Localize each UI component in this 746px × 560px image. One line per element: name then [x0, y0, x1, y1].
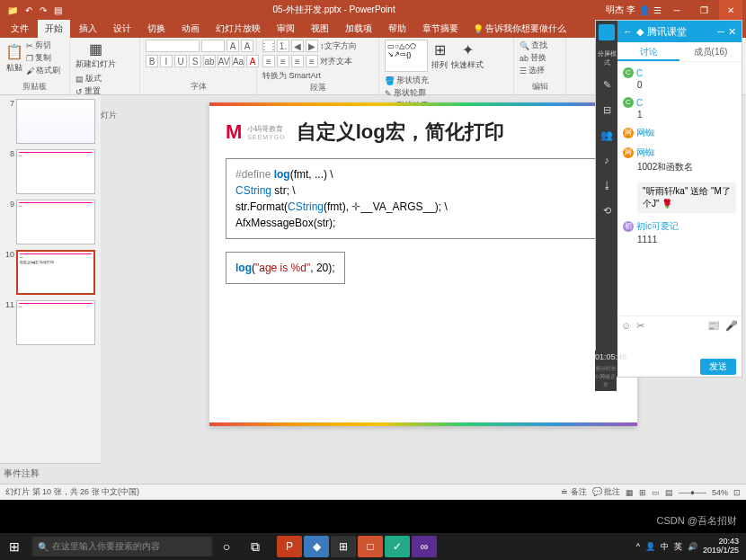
select-button[interactable]: ☰ 选择 [520, 65, 560, 76]
strike-button[interactable]: S [189, 55, 201, 67]
zoom-out-button[interactable]: ──●── [679, 488, 706, 497]
taskbar-app-vs[interactable]: ∞ [412, 536, 437, 557]
decrease-font-button[interactable]: A [241, 40, 253, 52]
tab-discussion[interactable]: 讨论 [617, 42, 679, 61]
justify-button[interactable]: ≡ [306, 55, 318, 67]
ime-zh-icon[interactable]: 中 [661, 541, 669, 553]
replace-button[interactable]: ab 替换 [520, 52, 560, 64]
bold-button[interactable]: B [146, 55, 158, 67]
text-direction-button[interactable]: ↕文字方向 [320, 40, 357, 52]
taskbar-clock[interactable]: 20:43 2019/1/25 [703, 538, 739, 556]
taskbar-app-powerpoint[interactable]: P [277, 536, 302, 557]
close-button[interactable]: ✕ [719, 0, 742, 20]
tab-review[interactable]: 审阅 [270, 20, 302, 38]
tab-help[interactable]: 帮助 [381, 20, 413, 38]
find-button[interactable]: 🔍 查找 [520, 40, 560, 51]
font-size-dropdown[interactable] [201, 40, 225, 52]
arrange-button[interactable]: ⊞排列 [431, 40, 448, 71]
tab-animations[interactable]: 动画 [174, 20, 207, 38]
bullets-button[interactable]: ⋮⋮ [262, 40, 275, 52]
shadow-button[interactable]: ab [203, 55, 216, 67]
side-pen-button[interactable]: ✎ [599, 76, 615, 93]
case-button[interactable]: Aa [232, 55, 244, 67]
qa-save-icon[interactable]: ↶ [25, 5, 32, 15]
zoom-level[interactable]: 54% [712, 488, 728, 497]
user-avatar-icon[interactable]: 👤 [639, 5, 650, 15]
italic-button[interactable]: I [160, 55, 173, 67]
thumbnail-7[interactable]: 7 [4, 99, 97, 144]
spacing-button[interactable]: AV [218, 55, 230, 67]
taskbar-app-1[interactable]: ◆ [304, 536, 329, 557]
tab-transitions[interactable]: 切换 [140, 20, 173, 38]
tray-user-icon[interactable]: 👤 [645, 542, 655, 551]
quick-access-icon[interactable]: 📁 [7, 5, 18, 15]
copy-button[interactable]: ❐ 复制 [26, 52, 60, 64]
tab-insert[interactable]: 插入 [72, 20, 104, 38]
paste-button[interactable]: 📋 粘贴 [5, 43, 23, 74]
taskbar-app-4[interactable]: ✓ [385, 536, 410, 557]
reading-view-button[interactable]: ▭ [652, 488, 660, 497]
quick-styles-button[interactable]: ✦快速样式 [451, 40, 484, 71]
task-view-button[interactable]: ⧉ [241, 533, 270, 560]
tab-slideshow[interactable]: 幻灯片放映 [209, 20, 268, 38]
align-right-button[interactable]: ≡ [291, 55, 304, 67]
screenshot-button[interactable]: ✂ [636, 320, 644, 332]
start-button[interactable]: ⊞ [0, 533, 29, 560]
align-left-button[interactable]: ≡ [262, 55, 275, 67]
tab-design[interactable]: 设计 [106, 20, 138, 38]
sorter-view-button[interactable]: ⊞ [639, 488, 646, 497]
emoji-button[interactable]: ☺ [621, 320, 631, 332]
tab-members[interactable]: 成员(16) [679, 42, 742, 61]
side-download-button[interactable]: ⭳ [599, 177, 615, 193]
chat-input-field[interactable] [617, 335, 742, 357]
chat-min-button[interactable]: ─ [717, 26, 724, 37]
normal-view-button[interactable]: ▦ [626, 488, 634, 497]
tell-me-search[interactable]: 💡 告诉我你想要做什么 [473, 22, 566, 35]
minimize-button[interactable]: ─ [665, 0, 688, 20]
side-members-button[interactable]: 👥 [599, 127, 615, 143]
thumbnail-11[interactable]: 11─ [4, 300, 97, 345]
tray-expand-icon[interactable]: ^ [636, 542, 640, 551]
ribbon-options-icon[interactable]: ☰ [653, 5, 662, 15]
split-screen-button[interactable]: ⊞ [599, 24, 615, 40]
notes-button[interactable]: ≐ 备注 [561, 486, 587, 498]
indent-inc-button[interactable]: ▶ [306, 40, 318, 52]
cut-button[interactable]: ✂ 剪切 [26, 40, 60, 51]
layout-button[interactable]: ▤ 版式 [75, 73, 102, 84]
taskbar-app-2[interactable]: ⊞ [331, 536, 356, 557]
qa-redo-icon[interactable]: ↷ [40, 5, 47, 15]
format-painter-button[interactable]: 🖌 格式刷 [26, 65, 60, 76]
comments-button[interactable]: 💬 批注 [592, 486, 621, 498]
ime-en-icon[interactable]: 英 [674, 541, 682, 553]
font-family-dropdown[interactable] [146, 40, 200, 52]
qa-start-icon[interactable]: ▤ [54, 5, 62, 15]
tab-view[interactable]: 视图 [304, 20, 336, 38]
user-name[interactable]: 明杰 李 [606, 4, 635, 16]
new-slide-button[interactable]: ▦ 新建幻灯片 [75, 40, 116, 70]
indent-dec-button[interactable]: ◀ [291, 40, 304, 52]
shape-fill-button[interactable]: 🪣 形状填充 [385, 75, 429, 86]
thumbnail-9[interactable]: 9─ [4, 200, 97, 244]
cortana-button[interactable]: ○ [212, 533, 241, 560]
side-tool-button[interactable]: ⊟ [599, 102, 615, 118]
side-refresh-button[interactable]: ⟲ [599, 202, 615, 218]
taskbar-app-3[interactable]: □ [358, 536, 383, 557]
thumbnail-8[interactable]: 8─ [4, 149, 97, 194]
align-center-button[interactable]: ≡ [277, 55, 289, 67]
side-music-button[interactable]: ♪ [599, 152, 615, 168]
mic-button[interactable]: 🎤 [725, 320, 738, 332]
numbering-button[interactable]: 1. [277, 40, 289, 52]
tab-file[interactable]: 文件 [4, 20, 36, 38]
tab-home[interactable]: 开始 [38, 20, 70, 38]
tab-section-summary[interactable]: 章节摘要 [415, 20, 466, 38]
volume-icon[interactable]: 🔊 [688, 542, 697, 551]
fit-button[interactable]: ⊡ [733, 488, 741, 497]
underline-button[interactable]: U [174, 55, 187, 67]
news-button[interactable]: 📰 [707, 320, 720, 332]
back-icon[interactable]: ← [623, 26, 633, 37]
send-button[interactable]: 发送 [700, 359, 736, 375]
taskbar-search[interactable]: 🔍 在这里输入你要搜索的内容 [32, 537, 212, 556]
thumbnail-10[interactable]: 10─自定义log宏 简化打印 [4, 250, 97, 295]
tab-addins[interactable]: 加载项 [338, 20, 379, 38]
increase-font-button[interactable]: A [226, 40, 239, 52]
